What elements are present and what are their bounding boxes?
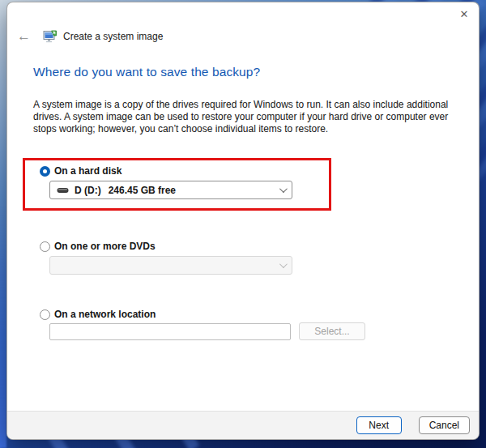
dialog-heading: Where do you want to save the backup? — [33, 65, 260, 79]
wallpaper-streak — [0, 205, 6, 448]
network-location-input[interactable] — [49, 323, 291, 340]
next-button[interactable]: Next — [356, 416, 402, 434]
radio-label[interactable]: On one or more DVDs — [54, 241, 156, 252]
select-network-button[interactable]: Select... — [299, 322, 365, 340]
cancel-button[interactable]: Cancel — [419, 416, 470, 434]
back-button[interactable]: ← — [14, 28, 34, 45]
page-title: Create a system image — [63, 31, 163, 42]
close-icon[interactable]: ✕ — [456, 6, 472, 22]
dvd-dropdown-disabled[interactable] — [49, 256, 292, 275]
system-image-icon — [43, 30, 58, 44]
radio-label[interactable]: On a network location — [54, 309, 156, 320]
selected-drive-value: D (D:) — [75, 185, 101, 196]
radio-selected-icon[interactable] — [40, 166, 50, 177]
radio-unselected-icon[interactable] — [40, 241, 50, 252]
chevron-down-icon — [279, 260, 288, 268]
dialog-description: A system image is a copy of the drives r… — [33, 99, 457, 135]
radio-option-dvd[interactable]: On one or more DVDs — [40, 241, 156, 252]
radio-option-hard-disk[interactable]: On a hard disk — [40, 165, 122, 177]
chevron-down-icon — [279, 185, 288, 193]
hard-disk-icon — [57, 187, 69, 194]
create-system-image-dialog: ✕ ← Create a system image Where do you w… — [6, 2, 480, 440]
dialog-footer: Next Cancel — [7, 411, 479, 439]
radio-unselected-icon[interactable] — [40, 309, 50, 320]
hard-disk-dropdown[interactable]: D (D:) 246.45 GB free — [49, 181, 292, 199]
drive-free-space: 246.45 GB free — [109, 185, 176, 196]
dialog-header: ← Create a system image — [14, 28, 163, 45]
radio-option-network[interactable]: On a network location — [40, 309, 156, 320]
radio-label[interactable]: On a hard disk — [54, 165, 122, 177]
